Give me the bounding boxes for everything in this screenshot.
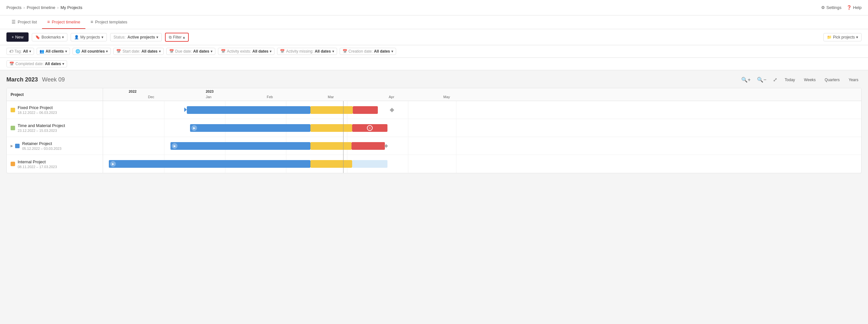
gantt-left-panel: Project Fixed Price Project 18.12.2022 –… xyxy=(7,88,103,173)
filter-due-date[interactable]: 📅 Due date: All dates ▾ xyxy=(166,48,215,55)
filter-button[interactable]: ⧉ Filter ▴ xyxy=(165,33,189,42)
tab-project-templates[interactable]: ≡ Project templates xyxy=(85,15,132,29)
bookmarks-button[interactable]: 🔖 Bookmarks ▾ xyxy=(32,33,67,41)
diamond-marker xyxy=(390,108,394,112)
gantt-bar-blue[interactable] xyxy=(187,106,310,114)
chevron-up-icon: ▴ xyxy=(183,35,185,39)
gantt-chart: Project Fixed Price Project 18.12.2022 –… xyxy=(6,88,862,173)
chevron-down-icon: ▾ xyxy=(65,49,67,54)
tag-icon: 🏷 xyxy=(9,49,13,54)
gantt-bar-yellow[interactable] xyxy=(310,160,352,168)
project-info-internal: Internal Project 08.11.2022 – 17.03.2023 xyxy=(18,159,57,169)
content-area: March 2023 Week 09 🔍+ 🔍− ⤢ Today Weeks Q… xyxy=(0,70,868,179)
timeline-row-fixed xyxy=(103,101,861,119)
table-row: ▶ Retainer Project 05.12.2022 – 03.03.20… xyxy=(7,137,103,155)
play-icon: ▶ xyxy=(172,143,178,149)
pick-projects-button[interactable]: 📁 Pick projects ▾ xyxy=(824,33,862,41)
filter-completed-date[interactable]: 📅 Completed date: All dates ▾ xyxy=(6,60,67,67)
status-button[interactable]: Status: Active projects ▾ xyxy=(110,33,162,41)
chevron-down-icon: ▾ xyxy=(211,49,213,54)
filter-activity-exists[interactable]: 📅 Activity exists: All dates ▾ xyxy=(218,48,275,55)
filter-tag[interactable]: 🏷 Tag: All ▾ xyxy=(6,48,34,55)
tabs-bar: ☰ Project list ≡ Project timeline ≡ Proj… xyxy=(0,15,868,29)
month-label-dec: Dec xyxy=(148,95,154,99)
gantt-container: Project Fixed Price Project 18.12.2022 –… xyxy=(7,88,861,173)
gantt-bar-blue[interactable]: ▶ xyxy=(190,124,310,132)
chevron-down-icon: ▾ xyxy=(856,35,858,39)
project-info-fixed: Fixed Price Project 18.12.2022 – 06.03.2… xyxy=(18,105,57,115)
today-line xyxy=(343,101,343,173)
project-name: Fixed Price Project xyxy=(18,105,57,110)
project-info-retainer: Retainer Project 05.12.2022 – 03.03.2023 xyxy=(22,141,61,151)
expand-button[interactable]: ⤢ xyxy=(771,75,779,84)
breadcrumb: Projects › Project timeline › My Project… xyxy=(6,5,82,10)
tab-project-list[interactable]: ☰ Project list xyxy=(6,15,42,29)
play-icon: ▶ xyxy=(110,161,116,167)
project-info-tm: Time and Material Project 23.12.2022 – 1… xyxy=(18,123,65,132)
timeline-grid-header: 2022 2023 Dec Jan Feb Mar Apr May xyxy=(103,88,861,101)
project-color-fixed xyxy=(10,108,15,112)
folder-icon: 📁 xyxy=(827,35,832,39)
settings-link[interactable]: ⚙ Settings xyxy=(821,5,841,10)
filter-clients[interactable]: 👥 All clients ▾ xyxy=(37,48,70,55)
filter-start-date[interactable]: 📅 Start date: All dates ▾ xyxy=(113,48,163,55)
expand-arrow-icon[interactable]: ▶ xyxy=(10,144,13,148)
list-icon: ☰ xyxy=(11,19,16,24)
breadcrumb-projects[interactable]: Projects xyxy=(6,5,22,10)
zoom-in-button[interactable]: 🔍+ xyxy=(739,75,752,84)
circle-icon: ⊙ xyxy=(367,125,373,131)
zoom-out-icon: 🔍− xyxy=(757,77,766,83)
project-color-internal xyxy=(10,162,15,166)
help-link[interactable]: ❓ Help xyxy=(846,5,862,10)
bar-start-arrow xyxy=(184,107,187,112)
filter-icon: ⧉ xyxy=(169,35,172,39)
toolbar: + New 🔖 Bookmarks ▾ 👤 My projects ▾ Stat… xyxy=(0,29,868,45)
new-button[interactable]: + New xyxy=(6,32,29,42)
gantt-bar-red[interactable]: ⊙ xyxy=(352,124,388,132)
project-name: Retainer Project xyxy=(22,141,61,146)
filter-creation-date[interactable]: 📅 Creation date: All dates ▾ xyxy=(340,48,396,55)
timeline-title: March 2023 Week 09 xyxy=(6,76,65,83)
expand-icon: ⤢ xyxy=(773,77,777,83)
timeline-header: March 2023 Week 09 🔍+ 🔍− ⤢ Today Weeks Q… xyxy=(6,75,862,84)
filter-row-2: 📅 Completed date: All dates ▾ xyxy=(0,58,868,70)
gantt-bar-light[interactable] xyxy=(352,160,388,168)
years-button[interactable]: Years xyxy=(845,76,862,84)
person-icon: 👤 xyxy=(74,35,79,39)
filter-countries[interactable]: 🌐 All countries ▾ xyxy=(72,48,111,55)
timeline-row-tm: ▶ ⊙ xyxy=(103,119,861,137)
project-color-retainer xyxy=(15,144,20,148)
gantt-bar-yellow[interactable] xyxy=(310,106,353,114)
breadcrumb-sep1: › xyxy=(24,5,25,10)
gantt-bar-blue[interactable]: ▶ xyxy=(170,142,310,150)
gantt-bar-red[interactable] xyxy=(353,106,378,114)
gantt-bar-yellow[interactable] xyxy=(310,142,351,150)
chevron-down-icon: ▾ xyxy=(332,49,334,54)
timeline-rows: ▶ ⊙ xyxy=(103,101,861,173)
project-dates: 23.12.2022 – 15.03.2023 xyxy=(18,129,65,132)
chevron-down-icon: ▾ xyxy=(391,49,393,54)
play-icon: ▶ xyxy=(191,125,197,131)
gantt-bar-yellow[interactable] xyxy=(310,124,352,132)
zoom-in-icon: 🔍+ xyxy=(741,77,750,83)
chevron-down-icon: ▾ xyxy=(29,49,31,54)
tab-project-timeline[interactable]: ≡ Project timeline xyxy=(42,15,85,29)
my-projects-button[interactable]: 👤 My projects ▾ xyxy=(71,33,106,41)
weeks-button[interactable]: Weeks xyxy=(801,76,819,84)
breadcrumb-timeline[interactable]: Project timeline xyxy=(27,5,55,10)
gantt-bar-blue[interactable]: ▶ xyxy=(109,160,310,168)
project-dates: 05.12.2022 – 03.03.2023 xyxy=(22,147,61,151)
filter-activity-missing[interactable]: 📅 Activity missing: All dates ▾ xyxy=(277,48,337,55)
timeline-row-retainer: ▶ xyxy=(103,137,861,155)
gantt-right-panel: 2022 2023 Dec Jan Feb Mar Apr May xyxy=(103,88,861,173)
gantt-bar-red[interactable] xyxy=(351,142,385,150)
zoom-out-button[interactable]: 🔍− xyxy=(755,75,768,84)
table-row: Fixed Price Project 18.12.2022 – 06.03.2… xyxy=(7,101,103,119)
timeline-icon: ≡ xyxy=(47,19,50,24)
project-name: Time and Material Project xyxy=(18,123,65,128)
quarters-button[interactable]: Quarters xyxy=(822,76,843,84)
year-label-2023: 2023 xyxy=(206,90,214,93)
today-button[interactable]: Today xyxy=(782,76,798,84)
top-nav: Projects › Project timeline › My Project… xyxy=(0,0,868,15)
gantt-col-header: Project xyxy=(7,88,103,101)
